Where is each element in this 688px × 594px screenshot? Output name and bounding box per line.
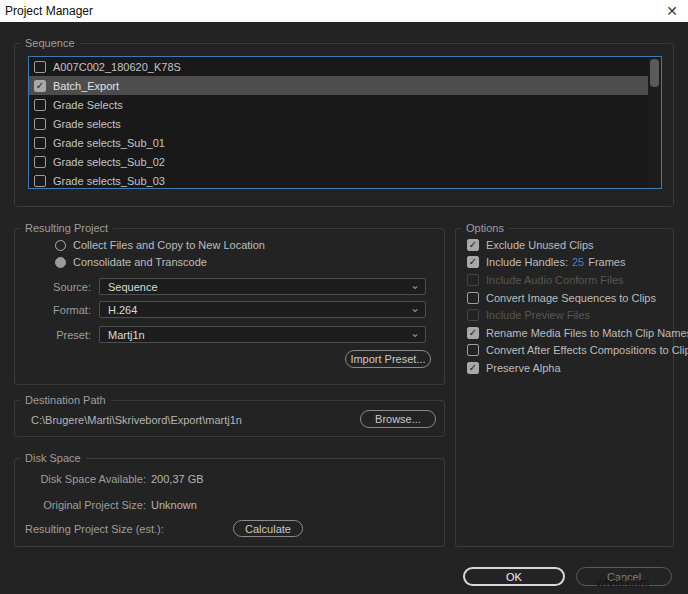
radio-unselected-icon[interactable] xyxy=(55,240,66,251)
sequence-list[interactable]: A007C002_180620_K78S ✓ Batch_Export Grad… xyxy=(28,56,662,189)
source-label: Source: xyxy=(15,281,91,293)
option-label: Convert Image Sequences to Clips xyxy=(486,292,656,304)
sequence-group: Sequence A007C002_180620_K78S ✓ Batch_Ex… xyxy=(14,43,674,207)
calculate-button[interactable]: Calculate xyxy=(233,520,303,537)
resulting-project-size-label: Resulting Project Size (est.): xyxy=(25,523,165,535)
chevron-down-icon: ⌄ xyxy=(410,278,420,292)
ok-button[interactable]: OK xyxy=(463,567,565,586)
destination-path-value: C:\Brugere\Marti\Skrivebord\Export\martj… xyxy=(31,414,242,426)
checkbox-checked-icon[interactable]: ✓ xyxy=(467,362,479,374)
handles-frames-value[interactable]: 25 xyxy=(572,256,584,268)
sequence-row[interactable]: Grade selects_Sub_03 xyxy=(29,171,661,189)
checkbox-disabled-icon xyxy=(467,274,479,286)
sequence-row-selected[interactable]: ✓ Batch_Export xyxy=(29,76,661,95)
disk-space-available-value: 200,37 GB xyxy=(151,473,204,485)
radio-selected-icon[interactable] xyxy=(55,257,66,268)
format-dropdown[interactable]: H.264 ⌄ xyxy=(99,301,426,318)
options-list: ✓ Exclude Unused Clips ✓ Include Handles… xyxy=(456,236,673,377)
resulting-project-group-label: Resulting Project xyxy=(20,222,113,234)
window-title: Project Manager xyxy=(5,4,93,18)
radio-label: Consolidate and Transcode xyxy=(73,256,207,268)
disk-space-group-label: Disk Space xyxy=(20,452,86,464)
checkbox-unchecked-icon[interactable] xyxy=(34,61,46,73)
resulting-project-group: Resulting Project Collect Files and Copy… xyxy=(14,228,445,385)
original-project-size-label: Original Project Size: xyxy=(15,499,146,511)
title-bar: Project Manager ✕ xyxy=(0,0,688,22)
checkbox-checked-icon[interactable]: ✓ xyxy=(467,256,479,268)
checkbox-unchecked-icon[interactable] xyxy=(467,292,479,304)
option-label: Include Preview Files xyxy=(486,309,590,321)
option-rename-media-files[interactable]: ✓ Rename Media Files to Match Clip Names xyxy=(456,324,673,342)
option-label-suffix: Frames xyxy=(588,256,625,268)
options-group: Options ✓ Exclude Unused Clips ✓ Include… xyxy=(455,228,674,547)
option-label: Convert After Effects Compositions to Cl… xyxy=(486,344,688,356)
option-include-handles[interactable]: ✓ Include Handles: 25 Frames xyxy=(456,254,673,272)
checkbox-unchecked-icon[interactable] xyxy=(34,99,46,111)
option-preserve-alpha[interactable]: ✓ Preserve Alpha xyxy=(456,359,673,377)
sequence-row[interactable]: Grade Selects xyxy=(29,95,661,114)
option-include-preview-files: Include Preview Files xyxy=(456,306,673,324)
vertical-scrollbar[interactable] xyxy=(648,57,661,188)
sequence-row-label: Grade selects_Sub_03 xyxy=(53,175,165,187)
option-convert-image-sequences[interactable]: Convert Image Sequences to Clips xyxy=(456,289,673,307)
scrollbar-thumb[interactable] xyxy=(650,59,659,87)
checkbox-checked-icon[interactable]: ✓ xyxy=(467,327,479,339)
option-label: Preserve Alpha xyxy=(486,362,561,374)
sequence-row-label: Grade selects_Sub_02 xyxy=(53,156,165,168)
chevron-down-icon: ⌄ xyxy=(410,326,420,340)
options-group-label: Options xyxy=(461,222,509,234)
option-label: Include Audio Conform Files xyxy=(486,274,624,286)
option-include-audio-conform: Include Audio Conform Files xyxy=(456,271,673,289)
close-icon[interactable]: ✕ xyxy=(666,4,678,18)
sequence-group-label: Sequence xyxy=(20,37,80,49)
browse-button[interactable]: Browse... xyxy=(360,410,436,428)
preset-value: Martj1n xyxy=(108,329,145,341)
original-project-size-value: Unknown xyxy=(151,499,197,511)
checkbox-disabled-icon xyxy=(467,309,479,321)
sequence-row-label: Grade Selects xyxy=(53,99,123,111)
disk-space-group: Disk Space Disk Space Available: 200,37 … xyxy=(14,458,445,547)
disk-space-available-label: Disk Space Available: xyxy=(15,473,146,485)
destination-path-group: Destination Path C:\Brugere\Marti\Skrive… xyxy=(14,400,445,437)
option-label: Exclude Unused Clips xyxy=(486,239,594,251)
sequence-row[interactable]: Grade selects_Sub_01 xyxy=(29,133,661,152)
preset-dropdown[interactable]: Martj1n ⌄ xyxy=(99,326,426,343)
format-label: Format: xyxy=(15,304,91,316)
source-value: Sequence xyxy=(108,281,158,293)
sequence-row[interactable]: Grade selects xyxy=(29,114,661,133)
preset-field-row: Preset: Martj1n ⌄ xyxy=(15,326,444,343)
destination-path-group-label: Destination Path xyxy=(20,394,111,406)
preset-label: Preset: xyxy=(15,329,91,341)
project-manager-dialog: Project Manager ✕ Sequence A007C002_1806… xyxy=(0,0,688,594)
sequence-row-label: A007C002_180620_K78S xyxy=(53,61,181,73)
source-field-row: Source: Sequence ⌄ xyxy=(15,278,444,295)
import-preset-button[interactable]: Import Preset... xyxy=(345,350,431,368)
chevron-down-icon: ⌄ xyxy=(410,301,420,315)
source-dropdown[interactable]: Sequence ⌄ xyxy=(99,278,426,295)
radio-consolidate-transcode[interactable]: Consolidate and Transcode xyxy=(55,255,207,269)
checkbox-unchecked-icon[interactable] xyxy=(467,344,479,356)
sequence-row-label: Batch_Export xyxy=(53,80,119,92)
option-exclude-unused-clips[interactable]: ✓ Exclude Unused Clips xyxy=(456,236,673,254)
radio-label: Collect Files and Copy to New Location xyxy=(73,239,265,251)
option-convert-ae-compositions[interactable]: Convert After Effects Compositions to Cl… xyxy=(456,342,673,360)
sequence-row[interactable]: Grade selects_Sub_02 xyxy=(29,152,661,171)
checkbox-checked-icon[interactable]: ✓ xyxy=(467,239,479,251)
format-field-row: Format: H.264 ⌄ xyxy=(15,301,444,318)
format-value: H.264 xyxy=(108,304,137,316)
checkbox-unchecked-icon[interactable] xyxy=(34,156,46,168)
checkbox-checked-icon[interactable]: ✓ xyxy=(34,80,46,92)
option-label: Include Handles: xyxy=(486,256,568,268)
sequence-row-label: Grade selects xyxy=(53,118,121,130)
sequence-row-label: Grade selects_Sub_01 xyxy=(53,137,165,149)
checkbox-unchecked-icon[interactable] xyxy=(34,118,46,130)
watermark: wtvid.com xyxy=(596,576,649,590)
checkbox-unchecked-icon[interactable] xyxy=(34,137,46,149)
option-label: Rename Media Files to Match Clip Names xyxy=(486,327,688,339)
checkbox-unchecked-icon[interactable] xyxy=(34,175,46,187)
radio-collect-files[interactable]: Collect Files and Copy to New Location xyxy=(55,238,265,252)
sequence-row[interactable]: A007C002_180620_K78S xyxy=(29,57,661,76)
